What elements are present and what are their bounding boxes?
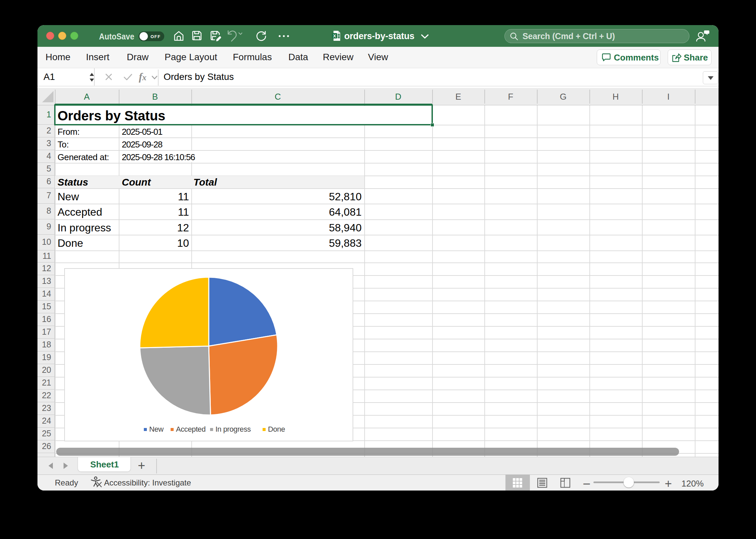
svg-text:X: X [333, 33, 336, 38]
